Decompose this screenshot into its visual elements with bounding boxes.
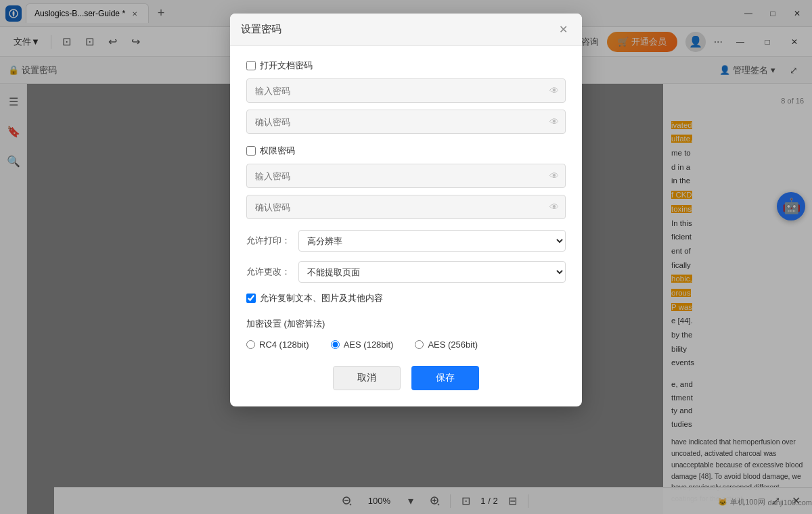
dialog-overlay: 设置密码 ✕ 打开文档密码 👁 👁 [0, 0, 812, 514]
copy-checkbox-row: 允许复制文本、图片及其他内容 [246, 292, 566, 304]
rc4-radio[interactable] [246, 340, 255, 349]
open-confirm-eye-icon[interactable]: 👁 [549, 116, 559, 127]
perm-confirm-input-row: 👁 [246, 195, 566, 219]
open-doc-checkbox-row: 打开文档密码 [246, 60, 566, 72]
perm-pwd-input-row: 👁 [246, 164, 566, 188]
save-button[interactable]: 保存 [411, 366, 479, 390]
print-select[interactable]: 高分辨率 低分辨率 不允许 [298, 230, 566, 252]
copy-checkbox[interactable] [246, 294, 256, 303]
edit-permission-row: 允许更改： 不能提取页面 允许全部 仅填写表单 [246, 261, 566, 283]
edit-select[interactable]: 不能提取页面 允许全部 仅填写表单 [298, 261, 566, 283]
encrypt-radio-group: RC4 (128bit) AES (128bit) AES (256bit) [246, 340, 566, 350]
aes128-radio-item[interactable]: AES (128bit) [331, 340, 394, 350]
open-pwd-input[interactable] [246, 78, 566, 103]
encrypt-title: 加密设置 (加密算法) [246, 318, 566, 330]
aes256-radio[interactable] [415, 340, 424, 349]
print-label: 允许打印： [246, 235, 290, 247]
perm-confirm-input[interactable] [246, 195, 566, 219]
password-dialog: 设置密码 ✕ 打开文档密码 👁 👁 [230, 14, 582, 406]
edit-label: 允许更改： [246, 266, 290, 278]
open-confirm-input[interactable] [246, 110, 566, 134]
permission-checkbox-row: 权限密码 [246, 145, 566, 157]
open-doc-checkbox[interactable] [246, 61, 256, 70]
open-confirm-input-row: 👁 [246, 110, 566, 134]
copy-label[interactable]: 允许复制文本、图片及其他内容 [260, 292, 383, 304]
aes128-radio[interactable] [331, 340, 340, 349]
rc4-radio-item[interactable]: RC4 (128bit) [246, 340, 309, 350]
perm-pwd-input[interactable] [246, 164, 566, 188]
open-pwd-eye-icon[interactable]: 👁 [549, 85, 559, 96]
encrypt-section: 加密设置 (加密算法) RC4 (128bit) AES (128bit) AE… [246, 318, 566, 350]
permission-section: 权限密码 👁 👁 [246, 145, 566, 219]
rc4-label: RC4 (128bit) [259, 340, 309, 350]
dialog-footer: 取消 保存 [246, 360, 566, 390]
aes128-label: AES (128bit) [344, 340, 394, 350]
dialog-header: 设置密码 ✕ [230, 14, 582, 46]
dialog-close-btn[interactable]: ✕ [555, 22, 571, 38]
open-doc-label[interactable]: 打开文档密码 [260, 60, 313, 72]
dialog-title: 设置密码 [241, 23, 281, 36]
open-pwd-input-row: 👁 [246, 78, 566, 103]
perm-confirm-eye-icon[interactable]: 👁 [549, 202, 559, 212]
permission-label[interactable]: 权限密码 [260, 145, 295, 157]
cancel-button[interactable]: 取消 [333, 366, 401, 390]
perm-pwd-eye-icon[interactable]: 👁 [549, 170, 559, 181]
aes256-radio-item[interactable]: AES (256bit) [415, 340, 478, 350]
dialog-body: 打开文档密码 👁 👁 权限密码 👁 [230, 46, 582, 406]
permission-checkbox[interactable] [246, 146, 256, 156]
print-permission-row: 允许打印： 高分辨率 低分辨率 不允许 [246, 230, 566, 252]
open-doc-section: 打开文档密码 👁 👁 [246, 60, 566, 134]
aes256-label: AES (256bit) [428, 340, 478, 350]
